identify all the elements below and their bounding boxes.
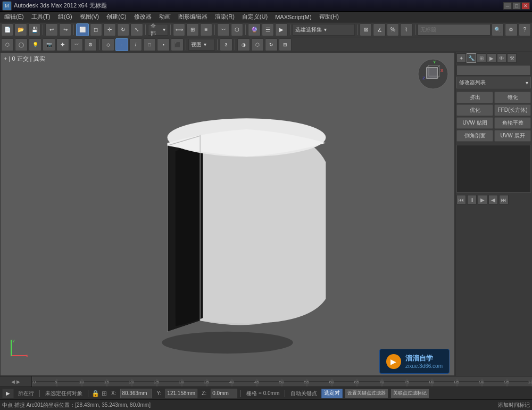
face-extrude-btn[interactable]: 角轮平整 bbox=[494, 117, 531, 129]
hierarchy-tab[interactable]: ⊞ bbox=[477, 53, 486, 63]
utilities-tab[interactable]: ⚒ bbox=[507, 53, 517, 63]
pause-btn[interactable]: ⏸ bbox=[467, 195, 477, 204]
extrude-btn[interactable]: 挤出 bbox=[456, 92, 493, 103]
display-tab[interactable]: 👁 bbox=[497, 53, 506, 63]
scale-button[interactable]: ⤡ bbox=[130, 23, 143, 36]
set-key-filter-btn[interactable]: 设置关键点过滤器 bbox=[345, 389, 388, 398]
svg-text:85: 85 bbox=[454, 380, 459, 384]
play-forward-btn[interactable]: ▶ bbox=[478, 195, 487, 204]
named-selection-dropdown[interactable]: 选建选择集 ▾ bbox=[293, 24, 355, 36]
create-geometry-btn[interactable]: ⬡ bbox=[1, 38, 14, 51]
play-button[interactable]: ▶ bbox=[2, 389, 14, 398]
menu-animation[interactable]: 动画 bbox=[156, 12, 174, 22]
optimize-btn[interactable]: 优化 bbox=[456, 104, 493, 116]
border-btn[interactable]: □ bbox=[143, 38, 156, 51]
create-tab[interactable]: ✦ bbox=[456, 53, 466, 63]
schematic-button[interactable]: ⬡ bbox=[231, 23, 243, 36]
menu-render[interactable]: 渲染(R) bbox=[212, 12, 238, 22]
zoom-extent-btn[interactable]: ⊞ bbox=[279, 38, 292, 51]
render-button[interactable]: ▶ bbox=[275, 23, 287, 36]
snap-toggle-button[interactable]: ⊠ bbox=[360, 23, 372, 36]
spinner-snap-button[interactable]: ⌇ bbox=[400, 23, 412, 36]
select-region-button[interactable]: ◻ bbox=[90, 23, 102, 36]
orientation-gizmo[interactable]: X Y Z bbox=[417, 58, 449, 90]
menu-edit[interactable]: 编辑(E) bbox=[1, 12, 27, 22]
menu-graph-editors[interactable]: 图形编辑器 bbox=[175, 12, 211, 22]
render-setup-button[interactable]: ☰ bbox=[262, 23, 274, 36]
menu-maxscript[interactable]: MAXScript(M) bbox=[272, 13, 314, 21]
uvw-map-btn[interactable]: UVW 贴图 bbox=[456, 117, 493, 129]
menu-modifiers[interactable]: 修改器 bbox=[131, 12, 155, 22]
y-input[interactable] bbox=[165, 389, 197, 398]
timeline[interactable]: ◀ ▶ 0 5 10 15 20 25 30 35 40 45 bbox=[0, 376, 532, 387]
select-object-btn[interactable]: ◇ bbox=[102, 38, 114, 51]
new-button[interactable]: 📄 bbox=[1, 23, 13, 36]
menu-create[interactable]: 创建(C) bbox=[103, 12, 129, 22]
menu-group[interactable]: 组(G) bbox=[55, 12, 76, 22]
align-button[interactable]: ⊞ bbox=[186, 23, 198, 36]
z-input[interactable] bbox=[211, 389, 237, 398]
help-btn[interactable]: ? bbox=[519, 23, 531, 36]
viewport[interactable]: + | 0 正交 | 真实 bbox=[0, 52, 455, 376]
last-frame-btn[interactable]: ⏭ bbox=[499, 195, 509, 204]
window-controls[interactable]: ─ □ ✕ bbox=[503, 2, 530, 10]
viewport-shading-btn[interactable]: ◑ bbox=[237, 38, 250, 51]
systems-btn[interactable]: ⚙ bbox=[84, 38, 97, 51]
arc-rotate-btn[interactable]: ↻ bbox=[265, 38, 278, 51]
play-backward-btn[interactable]: ◀ bbox=[488, 195, 498, 204]
minimize-button[interactable]: ─ bbox=[503, 2, 512, 10]
curve-editor-button[interactable]: 〰 bbox=[217, 23, 229, 36]
shapes-btn[interactable]: ◯ bbox=[15, 38, 28, 51]
open-button[interactable]: 📂 bbox=[14, 23, 27, 36]
close-button[interactable]: ✕ bbox=[521, 2, 530, 10]
search-icon-btn[interactable]: 🔍 bbox=[492, 23, 504, 36]
key-filter-btn[interactable]: 关联点过滤标记 bbox=[390, 389, 429, 398]
polygon-btn[interactable]: ▪ bbox=[157, 38, 170, 51]
taper-btn[interactable]: 锥化 bbox=[494, 92, 531, 103]
spacewarps-btn[interactable]: 〰 bbox=[70, 38, 83, 51]
menu-view[interactable]: 视图(V) bbox=[77, 12, 103, 22]
angle-snap-button[interactable]: ∡ bbox=[373, 23, 385, 36]
uvw-unwrap-btn[interactable]: UVW 展开 bbox=[494, 130, 531, 142]
menu-customize[interactable]: 自定义(U) bbox=[239, 12, 271, 22]
edge-btn[interactable]: / bbox=[129, 38, 142, 51]
material-editor-button[interactable]: 🔮 bbox=[248, 23, 260, 36]
svg-text:80: 80 bbox=[429, 380, 434, 384]
modify-tab active[interactable]: 🔧 bbox=[467, 53, 476, 63]
move-button[interactable]: ✛ bbox=[103, 23, 115, 36]
selection-filter-dropdown[interactable]: 全部 ▾ bbox=[148, 24, 168, 36]
view3-btn[interactable]: 3 bbox=[220, 38, 232, 51]
select-button[interactable]: ⬜ bbox=[76, 23, 88, 36]
layer-button[interactable]: ≡ bbox=[200, 23, 212, 36]
first-frame-btn[interactable]: ⏮ bbox=[456, 195, 466, 204]
mirror-button[interactable]: ⟺ bbox=[173, 23, 185, 36]
lock-icon: 🔒 bbox=[92, 390, 99, 397]
redo-button[interactable]: ↪ bbox=[59, 23, 71, 36]
helpers-btn[interactable]: ✚ bbox=[56, 38, 69, 51]
search-input[interactable] bbox=[418, 24, 491, 36]
modifier-list-dropdown[interactable]: 修改器列表 ▾ bbox=[456, 77, 531, 88]
menu-help[interactable]: 帮助(H) bbox=[316, 12, 342, 22]
selection-dropdown[interactable]: 选定对 bbox=[321, 389, 343, 398]
vertex-btn[interactable]: · bbox=[115, 38, 128, 51]
percent-snap-button[interactable]: % bbox=[387, 23, 399, 36]
element-btn[interactable]: ⬛ bbox=[171, 38, 184, 51]
rotate-button[interactable]: ↻ bbox=[117, 23, 129, 36]
motion-tab[interactable]: ▶ bbox=[487, 53, 496, 63]
save-button[interactable]: 💾 bbox=[28, 23, 40, 36]
edged-faces-btn[interactable]: ⬡ bbox=[251, 38, 264, 51]
undo-button[interactable]: ↩ bbox=[45, 23, 57, 36]
ffd-btn[interactable]: FFD(长方体) bbox=[494, 104, 531, 116]
view-mode-dropdown[interactable]: 视图 ▾ bbox=[188, 39, 215, 51]
menu-tools[interactable]: 工具(T) bbox=[28, 12, 54, 22]
grid-label: 栅格 = 0.0mm bbox=[244, 390, 281, 397]
cameras-btn[interactable]: 📷 bbox=[43, 38, 55, 51]
maximize-button[interactable]: □ bbox=[512, 2, 521, 10]
sep-tb2-3 bbox=[217, 39, 218, 50]
chamfer-btn[interactable]: 倒角剖面 bbox=[456, 130, 493, 142]
modifier-search-input[interactable] bbox=[456, 65, 531, 76]
x-input[interactable] bbox=[120, 389, 152, 398]
lights-btn[interactable]: 💡 bbox=[29, 38, 41, 51]
settings-btn[interactable]: ⚙ bbox=[505, 23, 517, 36]
timeline-track[interactable]: 0 5 10 15 20 25 30 35 40 45 50 55 60 bbox=[32, 376, 532, 387]
